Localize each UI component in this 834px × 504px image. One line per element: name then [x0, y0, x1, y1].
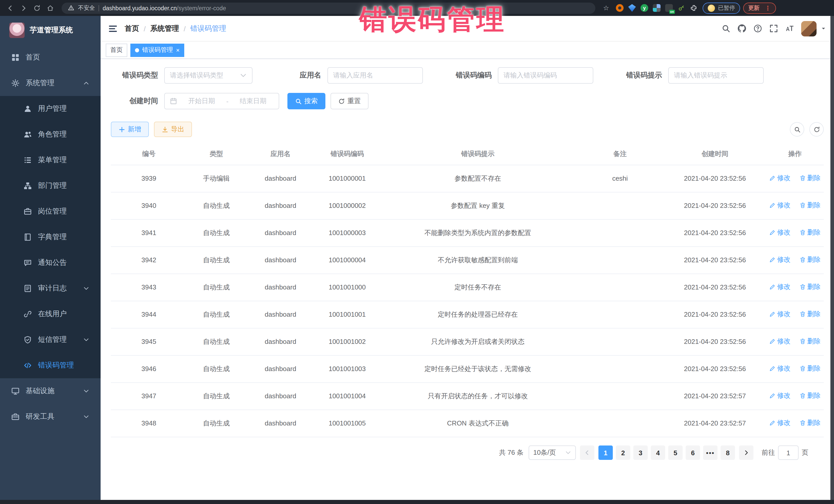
extension-on-badge-icon[interactable]	[665, 4, 673, 12]
edit-button[interactable]: 修改	[769, 336, 790, 346]
edit-button[interactable]: 修改	[769, 391, 790, 401]
page-button-4[interactable]: 4	[651, 445, 665, 460]
delete-button[interactable]: 删除	[799, 364, 821, 374]
user-avatar[interactable]	[801, 21, 816, 36]
prev-page-button[interactable]	[580, 445, 594, 460]
search-icon[interactable]	[722, 24, 730, 33]
cell-msg: 参数配置 key 重复	[379, 192, 576, 219]
back-icon[interactable]	[5, 3, 15, 13]
chevron-down-icon	[83, 285, 89, 291]
extension-orange-icon[interactable]	[616, 4, 623, 12]
extension-grid-icon[interactable]	[653, 4, 660, 12]
delete-button[interactable]: 删除	[799, 173, 821, 183]
page-button-6[interactable]: 6	[686, 445, 700, 460]
delete-button[interactable]: 删除	[799, 418, 821, 428]
edit-button[interactable]: 修改	[769, 200, 790, 211]
link-icon	[24, 310, 32, 318]
delete-button[interactable]: 删除	[799, 255, 821, 265]
page-button-8[interactable]: 8	[721, 445, 735, 460]
github-icon[interactable]	[738, 24, 746, 33]
sidebar-item-notice[interactable]: 通知公告	[0, 250, 101, 276]
browser-menu-icon[interactable]: ⋮	[765, 5, 771, 11]
edit-button[interactable]: 修改	[769, 255, 790, 265]
sidebar-item-dev-tools[interactable]: 研发工具	[0, 404, 101, 430]
refresh-table-button[interactable]	[809, 122, 824, 136]
sidebar-item-post-mgmt[interactable]: 岗位管理	[0, 199, 101, 224]
page-size-select[interactable]: 10条/页	[529, 445, 576, 460]
delete-button[interactable]: 删除	[799, 227, 821, 238]
page-button-2[interactable]: 2	[616, 445, 630, 460]
page-button-1[interactable]: 1	[598, 445, 613, 460]
extension-key-icon[interactable]	[678, 4, 685, 12]
sidebar-item-sms-mgmt[interactable]: 短信管理	[0, 327, 101, 353]
edit-button[interactable]: 修改	[769, 418, 790, 428]
browser-update-button[interactable]: 更新 ⋮	[743, 2, 776, 14]
sidebar-item-system-mgmt[interactable]: 系统管理	[0, 70, 101, 96]
sidebar-item-user-mgmt[interactable]: 用户管理	[0, 96, 101, 122]
sidebar-item-label: 首页	[26, 53, 40, 62]
delete-button[interactable]: 删除	[799, 309, 821, 319]
error-type-placeholder: 请选择错误码类型	[170, 71, 223, 80]
page-button-•••[interactable]: •••	[703, 445, 718, 460]
extensions-puzzle-icon[interactable]	[690, 4, 698, 12]
sidebar-item-dict-mgmt[interactable]: 字典管理	[0, 224, 101, 250]
cell-actions: 修改 删除	[766, 355, 824, 382]
delete-button[interactable]: 删除	[799, 336, 821, 346]
extension-gem-icon[interactable]	[628, 4, 636, 12]
page-button-5[interactable]: 5	[668, 445, 683, 460]
app-logo-row[interactable]: 芋道管理系统	[0, 16, 101, 45]
create-time-label: 创建时间	[111, 96, 158, 106]
paused-label: 已暂停	[718, 4, 735, 12]
font-size-icon[interactable]	[785, 24, 794, 33]
delete-button[interactable]: 删除	[799, 200, 821, 211]
address-bar[interactable]: 不安全 dashboard.yudao.iocoder.cn/system/er…	[62, 2, 595, 14]
fullscreen-icon[interactable]	[769, 24, 778, 33]
sidebar-item-role-mgmt[interactable]: 角色管理	[0, 122, 101, 147]
caret-down-icon[interactable]	[821, 26, 826, 31]
edit-button[interactable]: 修改	[769, 227, 790, 238]
sidebar-item-infrastructure[interactable]: 基础设施	[0, 378, 101, 404]
tab-close-icon[interactable]: ×	[176, 47, 180, 53]
app-name-input[interactable]: 请输入应用名	[327, 67, 423, 84]
bookmark-star-icon[interactable]: ☆	[601, 3, 611, 13]
breadcrumb-system[interactable]: 系统管理	[150, 24, 179, 33]
reset-button[interactable]: 重置	[331, 93, 369, 109]
edit-button[interactable]: 修改	[769, 282, 790, 292]
sidebar-item-audit-log[interactable]: 审计日志	[0, 276, 101, 301]
profile-paused-badge[interactable]: 已暂停	[703, 2, 740, 14]
window-scrollbar[interactable]	[830, 16, 834, 504]
error-code-input[interactable]: 请输入错误码编码	[498, 67, 593, 84]
error-msg-input[interactable]: 请输入错误码提示	[668, 67, 764, 84]
help-icon[interactable]	[753, 24, 762, 33]
error-msg-label: 错误码提示	[615, 71, 662, 80]
add-button[interactable]: 新增	[111, 122, 149, 137]
search-button[interactable]: 搜索	[287, 93, 325, 109]
edit-button[interactable]: 修改	[769, 309, 790, 319]
cell-remark	[576, 328, 664, 355]
sidebar-item-error-code-mgmt[interactable]: 错误码管理	[0, 353, 101, 378]
page-button-3[interactable]: 3	[633, 445, 648, 460]
forward-icon[interactable]	[19, 3, 29, 13]
delete-button[interactable]: 删除	[799, 391, 821, 401]
reload-icon[interactable]	[32, 3, 42, 13]
breadcrumb-home[interactable]: 首页	[125, 24, 139, 33]
next-page-button[interactable]	[739, 445, 753, 460]
export-button[interactable]: 导出	[154, 122, 192, 137]
cell-remark: ceshi	[576, 165, 664, 192]
create-time-range-picker[interactable]: 开始日期 - 结束日期	[164, 93, 279, 109]
sidebar-item-home[interactable]: 首页	[0, 45, 101, 70]
delete-button[interactable]: 删除	[799, 282, 821, 292]
sidebar-item-dept-mgmt[interactable]: 部门管理	[0, 173, 101, 199]
error-type-select[interactable]: 请选择错误码类型	[164, 67, 253, 84]
tab-error-code[interactable]: 错误码管理 ×	[130, 43, 184, 57]
goto-page-input[interactable]	[778, 445, 798, 460]
sidebar-item-online-user[interactable]: 在线用户	[0, 301, 101, 327]
edit-button[interactable]: 修改	[769, 173, 790, 183]
sidebar-item-menu-mgmt[interactable]: 菜单管理	[0, 147, 101, 173]
tab-home[interactable]: 首页	[106, 43, 127, 57]
hamburger-icon[interactable]	[108, 24, 117, 33]
edit-button[interactable]: 修改	[769, 364, 790, 374]
home-icon[interactable]	[45, 3, 56, 13]
extension-y-icon[interactable]: y	[640, 4, 648, 12]
show-search-button[interactable]	[790, 122, 804, 136]
